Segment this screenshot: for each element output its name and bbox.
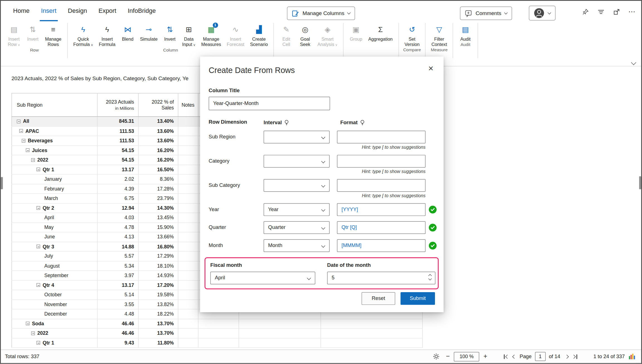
interval-select[interactable] — [264, 179, 330, 192]
notes-cell[interactable] — [178, 155, 198, 165]
pin-icon[interactable] — [582, 8, 589, 15]
dimension-cell[interactable]: Qtr 1 — [12, 338, 97, 348]
pct-of-sales-cell[interactable]: 13.60% — [138, 136, 178, 146]
actuals-cell[interactable]: 5.14 — [97, 290, 138, 300]
actuals-cell[interactable]: 9.43 — [97, 338, 138, 348]
ribbon-button[interactable]: ⊸ Simulate — [137, 22, 160, 47]
actuals-cell[interactable]: 13.17 — [97, 280, 138, 290]
notes-cell[interactable] — [178, 213, 198, 223]
ribbon-button[interactable]: ▦1 Manage Measures — [198, 22, 224, 47]
interval-select[interactable] — [264, 131, 330, 143]
table-row[interactable]: 2022 46.46 13.70% — [12, 328, 422, 338]
interval-select[interactable] — [264, 155, 330, 168]
empty-cell[interactable] — [198, 319, 239, 329]
actuals-cell[interactable]: 14.88 — [97, 242, 138, 251]
collapse-icon[interactable] — [19, 129, 23, 133]
previous-page-button[interactable] — [513, 355, 515, 358]
dimension-cell[interactable]: Juices — [12, 145, 97, 155]
tab-home[interactable]: Home — [12, 1, 31, 21]
dimension-cell[interactable]: November — [12, 299, 97, 309]
chart-icon[interactable] — [629, 354, 636, 360]
interval-select[interactable]: Month — [264, 239, 330, 252]
last-page-button[interactable] — [572, 354, 577, 359]
pct-of-sales-cell[interactable]: 16.20% — [138, 145, 178, 155]
actuals-cell[interactable]: 54.15 — [97, 145, 138, 155]
interval-select[interactable]: Quarter — [264, 221, 330, 234]
collapse-icon[interactable] — [17, 119, 20, 123]
ribbon-button[interactable]: ⊞ Data Input — [179, 22, 198, 47]
pct-of-sales-cell[interactable]: 14.93% — [138, 271, 178, 280]
dimension-cell[interactable]: June — [12, 232, 97, 242]
ribbon-button[interactable]: ∿ Insert Forecast — [224, 22, 247, 47]
vertical-scrollbar-thumb[interactable] — [639, 176, 641, 189]
column-header-notes[interactable]: Notes — [178, 93, 198, 117]
pct-of-sales-cell[interactable]: 8.36% — [138, 174, 178, 184]
notes-cell[interactable] — [178, 280, 198, 290]
pct-of-sales-cell[interactable]: 13.70% — [138, 328, 178, 338]
dimension-cell[interactable]: Soda — [12, 319, 97, 329]
notes-cell[interactable] — [178, 328, 198, 338]
notes-cell[interactable] — [178, 251, 198, 261]
tab-insert[interactable]: Insert — [40, 1, 58, 21]
format-input[interactable]: [MMMM] — [337, 239, 425, 252]
zoom-in-button[interactable]: + — [483, 353, 487, 360]
notes-cell[interactable] — [178, 165, 198, 174]
column-title-input[interactable]: Year-Quarter-Month — [209, 97, 330, 110]
actuals-cell[interactable]: 4.48 — [97, 309, 138, 319]
pct-of-sales-cell[interactable]: 23.79% — [138, 194, 178, 203]
dimension-cell[interactable]: All — [12, 117, 97, 126]
actuals-cell[interactable]: 54.15 — [97, 155, 138, 165]
format-input[interactable]: Qtr [Q] — [337, 221, 425, 234]
notes-cell[interactable] — [178, 194, 198, 203]
actuals-cell[interactable]: 13.17 — [97, 165, 138, 174]
dimension-cell[interactable]: April — [12, 213, 97, 223]
actuals-cell[interactable]: 4.78 — [97, 223, 138, 232]
ribbon-button[interactable]: ◈ Smart Analysis — [315, 22, 341, 47]
date-of-month-input[interactable]: 5 — [327, 272, 435, 284]
tab-design[interactable]: Design — [67, 1, 88, 21]
collapse-icon[interactable] — [37, 245, 40, 248]
format-input[interactable] — [337, 179, 425, 192]
actuals-cell[interactable]: 12.94 — [97, 203, 138, 213]
notes-cell[interactable] — [178, 319, 198, 329]
pct-of-sales-cell[interactable]: 13.70% — [138, 319, 178, 329]
ribbon-button[interactable]: ≡ Manage Rows — [42, 22, 64, 47]
collapse-icon[interactable] — [31, 331, 35, 335]
actuals-cell[interactable]: 4.03 — [97, 213, 138, 223]
notes-cell[interactable] — [178, 290, 198, 300]
account-menu-button[interactable] — [529, 6, 556, 21]
actuals-cell[interactable]: 4.13 — [97, 232, 138, 242]
notes-cell[interactable] — [178, 338, 198, 348]
comments-button[interactable]: Comments — [460, 7, 512, 20]
dimension-cell[interactable]: Qtr 4 — [12, 280, 97, 290]
zoom-level[interactable]: 100 % — [454, 352, 479, 361]
dimension-cell[interactable]: July — [12, 251, 97, 261]
actuals-cell[interactable]: 111.53 — [97, 136, 138, 146]
pct-of-sales-cell[interactable]: 16.50% — [138, 165, 178, 174]
dimension-cell[interactable]: 2022 — [12, 155, 97, 165]
empty-cell[interactable] — [239, 338, 321, 348]
dimension-cell[interactable]: 2022 — [12, 328, 97, 338]
pct-of-sales-cell[interactable]: 17.29% — [138, 251, 178, 261]
actuals-cell[interactable]: 4.39 — [97, 184, 138, 194]
dimension-cell[interactable]: March — [12, 194, 97, 203]
actuals-cell[interactable]: 2.02 — [97, 174, 138, 184]
manage-columns-button[interactable]: Manage Columns — [287, 7, 355, 20]
pct-of-sales-cell[interactable]: 18.10% — [138, 261, 178, 271]
dimension-cell[interactable]: May — [12, 223, 97, 232]
next-page-button[interactable] — [565, 355, 568, 358]
pct-of-sales-cell[interactable]: 13.82% — [138, 299, 178, 309]
empty-cell[interactable] — [239, 328, 321, 338]
dimension-cell[interactable]: Qtr 2 — [12, 203, 97, 213]
dimension-cell[interactable]: Qtr 1 — [12, 165, 97, 174]
actuals-cell[interactable]: 845.31 — [97, 117, 138, 126]
reset-button[interactable]: Reset — [362, 292, 395, 305]
dimension-cell[interactable]: September — [12, 271, 97, 280]
collapse-icon[interactable] — [37, 206, 40, 210]
submit-button[interactable]: Submit — [400, 292, 435, 305]
more-options-icon[interactable]: ⋯ — [628, 8, 635, 15]
pct-of-sales-cell[interactable]: 13.45% — [138, 213, 178, 223]
collapse-icon[interactable] — [31, 158, 35, 162]
stepper-down-icon[interactable] — [428, 277, 432, 280]
ribbon-button[interactable]: ⋈ Blend — [118, 22, 137, 47]
